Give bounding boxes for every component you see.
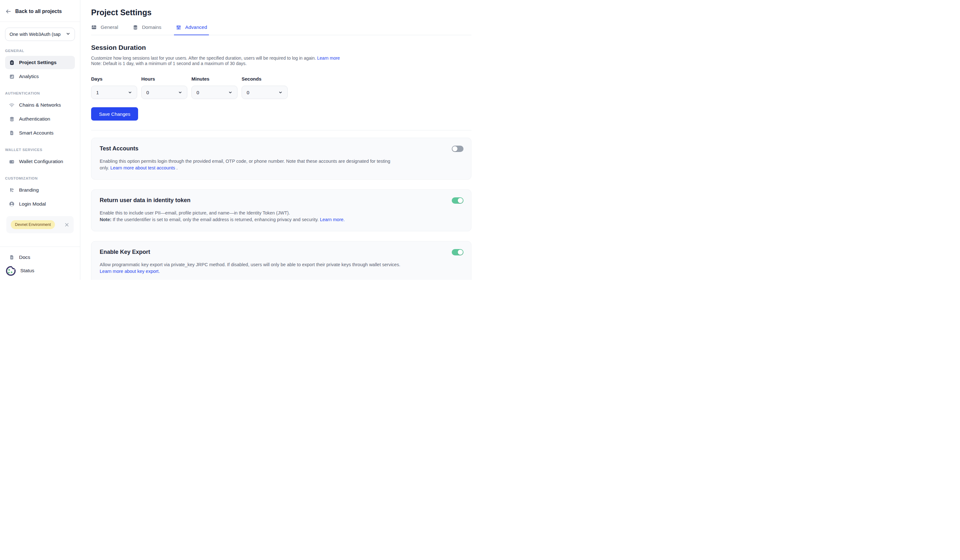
chevron-down-icon: [278, 91, 283, 94]
tab-advanced[interactable]: Advanced: [176, 24, 207, 35]
sidebar-item-label: Chains & Networks: [19, 102, 61, 108]
duration-fields: Days 1 Hours 0 Minutes 0 Seconds 0: [91, 76, 472, 99]
sidebar-item-label: Wallet Configuration: [19, 159, 63, 164]
card-text: .: [175, 165, 178, 171]
learn-more-identity-link[interactable]: Learn more.: [320, 217, 345, 222]
project-selector-value: One with Web3Auth (sap: [10, 32, 63, 37]
learn-more-link[interactable]: Learn more: [317, 56, 340, 61]
advanced-option-cards: Test Accounts Enabling this option permi…: [91, 138, 472, 280]
arrow-left-icon: [5, 8, 11, 14]
docs-label: Docs: [19, 254, 30, 260]
card-description: Enabling this option permits login throu…: [100, 158, 463, 171]
tab-bar: General Domains Advanced: [91, 24, 472, 35]
sidebar-item-wallet-configuration[interactable]: Wallet Configuration: [5, 155, 75, 168]
section-label-wallet-services: WALLET SERVICES: [5, 148, 75, 152]
tab-general[interactable]: General: [91, 24, 118, 35]
main-content: Project Settings General Domains Advance…: [80, 0, 480, 280]
test-accounts-toggle[interactable]: [452, 146, 464, 152]
hours-field: Hours 0: [141, 76, 187, 99]
sidebar-item-project-settings[interactable]: Project Settings: [5, 56, 75, 69]
learn-more-key-export-link[interactable]: Learn more about key export.: [100, 269, 160, 274]
section-label-general: GENERAL: [5, 49, 75, 53]
status-label: Status: [20, 268, 34, 273]
card-text: only.: [100, 165, 110, 171]
database-icon: [9, 116, 14, 122]
close-icon[interactable]: [64, 222, 69, 227]
sidebar-item-label: Login Modal: [19, 201, 46, 207]
environment-banner: Devnet Environment: [6, 216, 74, 233]
card-description: Allow programmatic key export via privat…: [100, 262, 463, 275]
hours-label: Hours: [141, 76, 187, 81]
key-export-toggle[interactable]: [452, 249, 464, 255]
sidebar-item-analytics[interactable]: Analytics: [5, 70, 75, 83]
seconds-field: Seconds 0: [242, 76, 288, 99]
card-text: Allow programmatic key export via privat…: [100, 262, 400, 267]
tab-label: Domains: [142, 24, 161, 30]
minutes-label: Minutes: [191, 76, 237, 81]
sidebar: Back to all projects One with Web3Auth (…: [0, 0, 80, 280]
session-description-text: Customize how long sessions last for you…: [91, 56, 316, 61]
days-label: Days: [91, 76, 137, 81]
days-field: Days 1: [91, 76, 137, 99]
chevron-down-icon: [128, 91, 132, 94]
divider: [91, 130, 472, 131]
bar-chart-icon: [9, 73, 14, 79]
seconds-value: 0: [247, 90, 249, 95]
chevron-down-icon: [66, 32, 70, 37]
card-description: Enable this to include user PII—email, p…: [100, 210, 463, 223]
sliders-icon: [176, 25, 181, 30]
sidebar-item-chains-networks[interactable]: Chains & Networks: [5, 98, 75, 112]
sidebar-item-label: Authentication: [19, 116, 50, 122]
tab-domains[interactable]: Domains: [133, 24, 161, 35]
project-selector[interactable]: One with Web3Auth (sap: [5, 28, 75, 41]
page-title: Project Settings: [91, 8, 472, 17]
user-circle-icon: [9, 201, 14, 207]
minutes-select[interactable]: 0: [191, 86, 237, 99]
key-export-card: Enable Key Export Allow programmatic key…: [91, 241, 472, 280]
card-text: If the userIdentifier is set to email, o…: [111, 217, 320, 222]
sidebar-item-label: Smart Accounts: [19, 130, 54, 136]
sidebar-item-login-modal[interactable]: Login Modal: [5, 197, 75, 211]
file-icon: [9, 130, 14, 136]
learn-more-test-accounts-link[interactable]: Learn more about test accounts: [110, 165, 175, 171]
seconds-select[interactable]: 0: [242, 86, 288, 99]
identity-token-toggle[interactable]: [452, 197, 464, 204]
days-select[interactable]: 1: [91, 86, 137, 99]
status-link[interactable]: Status: [5, 264, 75, 277]
minutes-field: Minutes 0: [191, 76, 237, 99]
back-label: Back to all projects: [15, 9, 62, 14]
clipboard-icon: [9, 60, 14, 65]
database-icon: [133, 25, 138, 30]
test-accounts-card: Test Accounts Enabling this option permi…: [91, 138, 472, 180]
chevron-down-icon: [228, 91, 232, 94]
wallet-icon: [9, 159, 14, 164]
sidebar-item-branding[interactable]: Branding: [5, 183, 75, 197]
card-text: Enabling this option permits login throu…: [100, 159, 390, 164]
docs-icon: [9, 254, 14, 260]
identity-token-card: Return user data in identity token Enabl…: [91, 190, 472, 231]
sidebar-item-authentication[interactable]: Authentication: [5, 112, 75, 126]
section-label-customization: CUSTOMIZATION: [5, 176, 75, 180]
sidebar-footer: Docs Status: [0, 247, 80, 280]
environment-badge: Devnet Environment: [11, 220, 55, 229]
seconds-label: Seconds: [242, 76, 288, 81]
card-title: Enable Key Export: [100, 249, 463, 255]
chevron-down-icon: [178, 91, 182, 94]
toggle-knob: [458, 250, 463, 255]
minutes-value: 0: [197, 90, 199, 95]
save-changes-button[interactable]: Save Changes: [91, 107, 138, 121]
note-label: Note:: [100, 217, 111, 222]
toggle-knob: [453, 146, 458, 152]
tab-label: Advanced: [185, 24, 207, 30]
cookie-icon: [5, 265, 17, 277]
session-duration-description: Customize how long sessions last for you…: [91, 56, 472, 66]
card-text: Enable this to include user PII—email, p…: [100, 211, 290, 215]
hours-select[interactable]: 0: [141, 86, 187, 99]
back-to-projects-button[interactable]: Back to all projects: [0, 0, 80, 22]
docs-link[interactable]: Docs: [5, 250, 75, 264]
sidebar-item-smart-accounts[interactable]: Smart Accounts: [5, 126, 75, 140]
tab-label: General: [101, 24, 118, 30]
table-icon: [91, 24, 97, 30]
sidebar-item-label: Analytics: [19, 73, 39, 79]
wifi-icon: [9, 102, 14, 108]
